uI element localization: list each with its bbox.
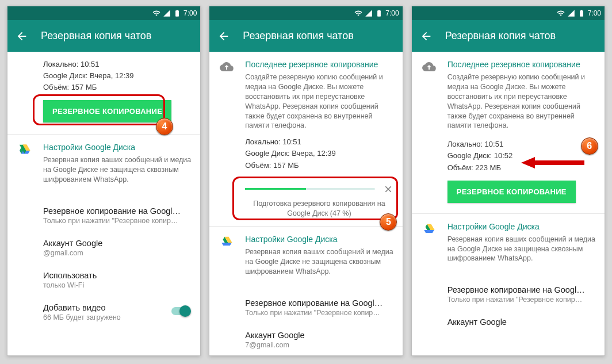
gdrive-icon: [422, 222, 436, 271]
gdrive-settings-section: Настройки Google Диска Резервная копия в…: [7, 135, 200, 200]
status-bar: 7:00: [412, 6, 605, 20]
setting-title: Резервное копирование на Googl…: [447, 285, 595, 294]
signal-icon: [163, 9, 171, 17]
last-backup-section: Последнее резервное копирование Создайте…: [209, 52, 402, 226]
wifi-icon: [354, 9, 362, 17]
gdrive-backup-time: Google Диск: Вчера, 12:39: [43, 70, 191, 82]
backup-button[interactable]: РЕЗЕРВНОЕ КОПИРОВАНИЕ: [447, 181, 576, 203]
scroll-content: Последнее резервное копирование Создайте…: [412, 52, 605, 355]
backup-size: Объём: 157 МБ: [43, 82, 191, 93]
setting-backup-target[interactable]: Резервное копирование на Googl… Только п…: [7, 200, 200, 232]
setting-sub: @gmail.com: [43, 249, 191, 257]
back-arrow-icon[interactable]: [217, 30, 230, 43]
setting-account[interactable]: Аккаунт Google @gmail.com: [7, 232, 200, 264]
setting-sub: 7@gmail.com: [245, 341, 393, 349]
svg-marker-6: [222, 243, 232, 246]
gdrive-settings-desc: Резервная копия ваших сообщений и медиа …: [245, 247, 393, 277]
setting-title: Аккаунт Google: [447, 317, 595, 327]
phone-screen-1: 7:00 Резервная копия чатов Локально: 10:…: [7, 6, 201, 356]
toggle-switch[interactable]: [171, 305, 191, 317]
wifi-icon: [557, 9, 565, 17]
setting-title: Резервное копирование на Googl…: [43, 206, 191, 216]
last-backup-desc: Создайте резервную копию сообщений и мед…: [447, 72, 595, 131]
app-bar: Резервная копия чатов: [412, 20, 605, 52]
cloud-upload-icon: [422, 60, 436, 74]
scroll-content: Локально: 10:51 Google Диск: Вчера, 12:3…: [7, 52, 200, 355]
battery-icon: [375, 9, 383, 17]
page-title: Резервная копия чатов: [445, 30, 556, 42]
status-time: 7:00: [183, 9, 197, 17]
gdrive-settings-header: Настройки Google Диска: [447, 222, 595, 231]
setting-sub: 66 МБ будет загружено: [43, 313, 191, 321]
app-bar: Резервная копия чатов: [7, 20, 200, 52]
status-time: 7:00: [588, 9, 601, 17]
gdrive-settings-header: Настройки Google Диска: [43, 143, 191, 152]
backup-progress: Подготовка резервного копирования на Goo…: [245, 179, 393, 223]
setting-title: Использовать: [43, 271, 191, 280]
phone-screen-2: 7:00 Резервная копия чатов Последнее рез…: [209, 6, 403, 356]
setting-backup-target[interactable]: Резервное копирование на Googl… Только п…: [412, 278, 605, 311]
backup-button[interactable]: РЕЗЕРВНОЕ КОПИРОВАНИЕ: [43, 100, 171, 122]
wifi-icon: [152, 9, 160, 17]
backup-size: Объём: 157 МБ: [245, 160, 393, 171]
setting-sub: Только при нажатии "Резервное копир…: [43, 217, 191, 225]
cloud-upload-icon: [220, 60, 234, 74]
setting-include-video[interactable]: Добавить видео 66 МБ будет загружено: [7, 296, 200, 328]
gdrive-settings-desc: Резервная копия ваших сообщений и медиа …: [447, 235, 595, 264]
last-backup-desc: Создайте резервную копию сообщений и мед…: [245, 72, 393, 131]
gdrive-backup-time: Google Диск: 10:52: [447, 150, 595, 162]
last-backup-header: Последнее резервное копирование: [447, 60, 595, 69]
gdrive-settings-desc: Резервная копия ваших сообщений и медиа …: [43, 155, 191, 185]
gdrive-icon: [18, 143, 32, 191]
local-backup-time: Локально: 10:51: [447, 139, 595, 150]
last-backup-header: Последнее резервное копирование: [245, 60, 393, 69]
battery-icon: [173, 9, 181, 17]
gdrive-settings-header: Настройки Google Диска: [245, 235, 393, 244]
local-backup-time: Локально: 10:51: [43, 59, 191, 70]
setting-sub: Только при нажатии "Резервное копир…: [245, 309, 393, 317]
setting-sub: только Wi-Fi: [43, 281, 191, 289]
setting-account[interactable]: Аккаунт Google 7@gmail.com: [209, 324, 402, 355]
local-backup-time: Локально: 10:51: [245, 136, 393, 148]
last-backup-section: Последнее резервное копирование Создайте…: [412, 52, 605, 213]
status-bar: 7:00: [7, 6, 200, 20]
cancel-progress-icon[interactable]: [383, 184, 393, 194]
gdrive-icon: [220, 235, 234, 283]
back-arrow-icon[interactable]: [16, 30, 28, 43]
status-bar: 7:00: [209, 6, 402, 20]
signal-icon: [567, 9, 575, 17]
app-bar: Резервная копия чатов: [209, 20, 402, 52]
setting-title: Аккаунт Google: [245, 331, 393, 340]
gdrive-settings-section: Настройки Google Диска Резервная копия в…: [412, 214, 605, 279]
signal-icon: [365, 9, 373, 17]
phone-screen-3: 7:00 Резервная копия чатов Последнее рез…: [411, 6, 605, 356]
setting-account[interactable]: Аккаунт Google: [412, 311, 605, 334]
gdrive-backup-time: Google Диск: Вчера, 12:39: [245, 148, 393, 159]
gdrive-settings-section: Настройки Google Диска Резервная копия в…: [209, 227, 402, 292]
backup-info-section: Локально: 10:51 Google Диск: Вчера, 12:3…: [7, 52, 200, 134]
setting-network[interactable]: Использовать только Wi-Fi: [7, 264, 200, 296]
setting-title: Добавить видео: [43, 303, 191, 312]
progress-text: Подготовка резервного копирования на Goo…: [245, 199, 393, 219]
setting-title: Аккаунт Google: [43, 239, 191, 248]
setting-sub: Только при нажатии "Резервное копир…: [447, 296, 595, 304]
battery-icon: [577, 9, 586, 17]
setting-backup-target[interactable]: Резервное копирование на Googl… Только п…: [209, 292, 402, 324]
back-arrow-icon[interactable]: [420, 30, 433, 43]
status-time: 7:00: [385, 9, 399, 17]
page-title: Резервная копия чатов: [41, 30, 151, 42]
setting-title: Резервное копирование на Googl…: [245, 298, 393, 308]
page-title: Резервная копия чатов: [243, 30, 353, 42]
backup-size: Объём: 223 МБ: [447, 162, 595, 174]
scroll-content: Последнее резервное копирование Создайте…: [209, 52, 402, 355]
svg-marker-9: [424, 230, 434, 233]
